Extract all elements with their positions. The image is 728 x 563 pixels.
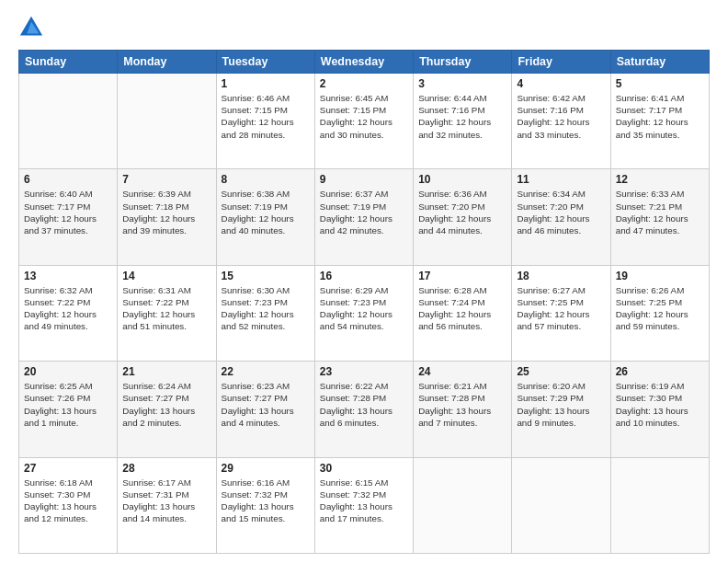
day-cell: 20Sunrise: 6:25 AM Sunset: 7:26 PM Dayli… xyxy=(19,362,118,457)
header xyxy=(18,15,710,40)
day-number: 4 xyxy=(517,77,605,90)
day-cell: 30Sunrise: 6:15 AM Sunset: 7:32 PM Dayli… xyxy=(314,457,413,553)
day-info: Sunrise: 6:26 AM Sunset: 7:25 PM Dayligh… xyxy=(616,284,704,333)
col-header-friday: Friday xyxy=(512,51,610,74)
day-cell xyxy=(118,74,216,169)
day-cell: 19Sunrise: 6:26 AM Sunset: 7:25 PM Dayli… xyxy=(610,265,709,361)
day-number: 23 xyxy=(320,365,408,378)
day-number: 19 xyxy=(616,270,704,282)
day-cell xyxy=(414,457,512,553)
day-number: 26 xyxy=(616,365,704,378)
day-number: 24 xyxy=(418,365,506,378)
day-number: 29 xyxy=(222,462,310,475)
day-cell: 1Sunrise: 6:46 AM Sunset: 7:15 PM Daylig… xyxy=(216,74,314,169)
day-cell: 9Sunrise: 6:37 AM Sunset: 7:19 PM Daylig… xyxy=(314,169,413,265)
day-cell: 3Sunrise: 6:44 AM Sunset: 7:16 PM Daylig… xyxy=(414,74,512,169)
day-info: Sunrise: 6:32 AM Sunset: 7:22 PM Dayligh… xyxy=(24,284,112,333)
col-header-thursday: Thursday xyxy=(414,51,512,74)
day-headers-row: SundayMondayTuesdayWednesdayThursdayFrid… xyxy=(19,51,710,74)
day-info: Sunrise: 6:18 AM Sunset: 7:30 PM Dayligh… xyxy=(24,477,112,525)
day-cell: 16Sunrise: 6:29 AM Sunset: 7:23 PM Dayli… xyxy=(314,265,413,361)
day-cell: 25Sunrise: 6:20 AM Sunset: 7:29 PM Dayli… xyxy=(512,362,610,457)
day-number: 15 xyxy=(222,270,310,282)
day-info: Sunrise: 6:21 AM Sunset: 7:28 PM Dayligh… xyxy=(418,380,506,429)
day-info: Sunrise: 6:30 AM Sunset: 7:23 PM Dayligh… xyxy=(222,284,310,333)
day-number: 7 xyxy=(122,173,210,186)
day-info: Sunrise: 6:37 AM Sunset: 7:19 PM Dayligh… xyxy=(320,188,408,236)
day-info: Sunrise: 6:15 AM Sunset: 7:32 PM Dayligh… xyxy=(320,477,408,525)
day-cell: 21Sunrise: 6:24 AM Sunset: 7:27 PM Dayli… xyxy=(118,362,216,457)
day-info: Sunrise: 6:46 AM Sunset: 7:15 PM Dayligh… xyxy=(222,92,310,141)
day-number: 1 xyxy=(222,77,310,90)
day-info: Sunrise: 6:17 AM Sunset: 7:31 PM Dayligh… xyxy=(122,477,210,525)
day-info: Sunrise: 6:29 AM Sunset: 7:23 PM Dayligh… xyxy=(320,284,408,333)
day-cell: 6Sunrise: 6:40 AM Sunset: 7:17 PM Daylig… xyxy=(19,169,118,265)
day-number: 8 xyxy=(222,173,310,186)
day-info: Sunrise: 6:40 AM Sunset: 7:17 PM Dayligh… xyxy=(24,188,112,236)
day-number: 13 xyxy=(24,270,112,282)
day-cell: 4Sunrise: 6:42 AM Sunset: 7:16 PM Daylig… xyxy=(512,74,610,169)
day-info: Sunrise: 6:19 AM Sunset: 7:30 PM Dayligh… xyxy=(616,380,704,429)
day-number: 28 xyxy=(122,462,210,475)
week-row-1: 1Sunrise: 6:46 AM Sunset: 7:15 PM Daylig… xyxy=(19,74,710,169)
day-cell xyxy=(512,457,610,553)
day-number: 11 xyxy=(517,173,605,186)
day-number: 2 xyxy=(320,77,408,90)
logo-icon xyxy=(18,15,44,40)
day-number: 21 xyxy=(122,365,210,378)
week-row-2: 6Sunrise: 6:40 AM Sunset: 7:17 PM Daylig… xyxy=(19,169,710,265)
day-info: Sunrise: 6:33 AM Sunset: 7:21 PM Dayligh… xyxy=(616,188,704,236)
day-cell: 7Sunrise: 6:39 AM Sunset: 7:18 PM Daylig… xyxy=(118,169,216,265)
col-header-saturday: Saturday xyxy=(610,51,709,74)
day-cell xyxy=(610,457,709,553)
week-row-4: 20Sunrise: 6:25 AM Sunset: 7:26 PM Dayli… xyxy=(19,362,710,457)
page: SundayMondayTuesdayWednesdayThursdayFrid… xyxy=(0,0,728,563)
day-number: 9 xyxy=(320,173,408,186)
col-header-monday: Monday xyxy=(118,51,216,74)
day-cell: 10Sunrise: 6:36 AM Sunset: 7:20 PM Dayli… xyxy=(414,169,512,265)
day-cell: 15Sunrise: 6:30 AM Sunset: 7:23 PM Dayli… xyxy=(216,265,314,361)
day-cell: 8Sunrise: 6:38 AM Sunset: 7:19 PM Daylig… xyxy=(216,169,314,265)
day-number: 18 xyxy=(517,270,605,282)
col-header-sunday: Sunday xyxy=(19,51,118,74)
day-number: 16 xyxy=(320,270,408,282)
day-number: 20 xyxy=(24,365,112,378)
day-info: Sunrise: 6:24 AM Sunset: 7:27 PM Dayligh… xyxy=(122,380,210,429)
day-number: 3 xyxy=(418,77,506,90)
day-info: Sunrise: 6:27 AM Sunset: 7:25 PM Dayligh… xyxy=(517,284,605,333)
day-info: Sunrise: 6:25 AM Sunset: 7:26 PM Dayligh… xyxy=(24,380,112,429)
day-number: 5 xyxy=(616,77,704,90)
day-cell: 28Sunrise: 6:17 AM Sunset: 7:31 PM Dayli… xyxy=(118,457,216,553)
day-number: 14 xyxy=(122,270,210,282)
day-number: 22 xyxy=(222,365,310,378)
day-number: 10 xyxy=(418,173,506,186)
day-cell: 12Sunrise: 6:33 AM Sunset: 7:21 PM Dayli… xyxy=(610,169,709,265)
day-cell: 26Sunrise: 6:19 AM Sunset: 7:30 PM Dayli… xyxy=(610,362,709,457)
day-number: 27 xyxy=(24,462,112,475)
day-info: Sunrise: 6:36 AM Sunset: 7:20 PM Dayligh… xyxy=(418,188,506,236)
col-header-tuesday: Tuesday xyxy=(216,51,314,74)
day-cell: 2Sunrise: 6:45 AM Sunset: 7:15 PM Daylig… xyxy=(314,74,413,169)
day-info: Sunrise: 6:31 AM Sunset: 7:22 PM Dayligh… xyxy=(122,284,210,333)
day-info: Sunrise: 6:39 AM Sunset: 7:18 PM Dayligh… xyxy=(122,188,210,236)
day-info: Sunrise: 6:34 AM Sunset: 7:20 PM Dayligh… xyxy=(517,188,605,236)
day-number: 17 xyxy=(418,270,506,282)
day-number: 12 xyxy=(616,173,704,186)
day-cell: 27Sunrise: 6:18 AM Sunset: 7:30 PM Dayli… xyxy=(19,457,118,553)
day-cell xyxy=(19,74,118,169)
day-info: Sunrise: 6:38 AM Sunset: 7:19 PM Dayligh… xyxy=(222,188,310,236)
day-cell: 17Sunrise: 6:28 AM Sunset: 7:24 PM Dayli… xyxy=(414,265,512,361)
day-cell: 29Sunrise: 6:16 AM Sunset: 7:32 PM Dayli… xyxy=(216,457,314,553)
day-cell: 14Sunrise: 6:31 AM Sunset: 7:22 PM Dayli… xyxy=(118,265,216,361)
day-cell: 24Sunrise: 6:21 AM Sunset: 7:28 PM Dayli… xyxy=(414,362,512,457)
day-info: Sunrise: 6:16 AM Sunset: 7:32 PM Dayligh… xyxy=(222,477,310,525)
calendar-table: SundayMondayTuesdayWednesdayThursdayFrid… xyxy=(18,50,710,554)
col-header-wednesday: Wednesday xyxy=(314,51,413,74)
day-number: 6 xyxy=(24,173,112,186)
day-cell: 11Sunrise: 6:34 AM Sunset: 7:20 PM Dayli… xyxy=(512,169,610,265)
day-cell: 13Sunrise: 6:32 AM Sunset: 7:22 PM Dayli… xyxy=(19,265,118,361)
day-cell: 18Sunrise: 6:27 AM Sunset: 7:25 PM Dayli… xyxy=(512,265,610,361)
day-number: 30 xyxy=(320,462,408,475)
day-info: Sunrise: 6:42 AM Sunset: 7:16 PM Dayligh… xyxy=(517,92,605,141)
day-cell: 23Sunrise: 6:22 AM Sunset: 7:28 PM Dayli… xyxy=(314,362,413,457)
